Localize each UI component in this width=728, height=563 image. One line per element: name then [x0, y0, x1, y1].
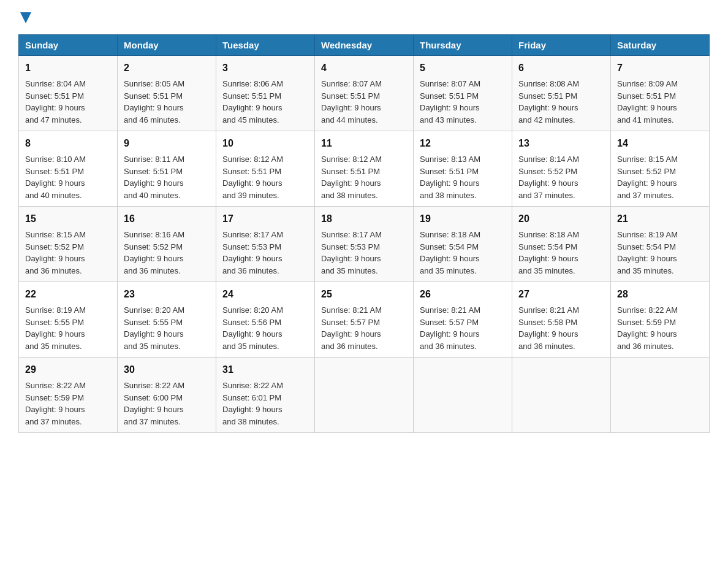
- day-info: Sunrise: 8:06 AMSunset: 5:51 PMDaylight:…: [222, 78, 308, 126]
- day-info: Sunrise: 8:19 AMSunset: 5:54 PMDaylight:…: [617, 229, 703, 277]
- calendar-cell: 6Sunrise: 8:08 AMSunset: 5:51 PMDaylight…: [512, 56, 611, 131]
- day-info: Sunrise: 8:22 AMSunset: 5:59 PMDaylight:…: [25, 380, 111, 427]
- day-number: 10: [222, 136, 308, 151]
- page-header: [18, 12, 710, 23]
- day-info: Sunrise: 8:22 AMSunset: 5:59 PMDaylight:…: [617, 304, 703, 352]
- day-info: Sunrise: 8:07 AMSunset: 5:51 PMDaylight:…: [321, 78, 407, 126]
- day-number: 26: [420, 287, 506, 302]
- day-number: 30: [124, 362, 210, 377]
- calendar-cell: 26Sunrise: 8:21 AMSunset: 5:57 PMDayligh…: [414, 282, 512, 358]
- day-number: 28: [617, 287, 703, 302]
- day-number: 19: [420, 212, 506, 226]
- day-number: 27: [518, 287, 604, 302]
- calendar-cell: 13Sunrise: 8:14 AMSunset: 5:52 PMDayligh…: [512, 131, 611, 207]
- day-info: Sunrise: 8:20 AMSunset: 5:55 PMDaylight:…: [124, 304, 210, 352]
- day-info: Sunrise: 8:07 AMSunset: 5:51 PMDaylight:…: [420, 78, 506, 126]
- calendar-cell: 18Sunrise: 8:17 AMSunset: 5:53 PMDayligh…: [315, 207, 414, 282]
- logo-triangle-icon: [20, 12, 31, 23]
- calendar-cell: 10Sunrise: 8:12 AMSunset: 5:51 PMDayligh…: [216, 131, 315, 207]
- calendar-cell: 5Sunrise: 8:07 AMSunset: 5:51 PMDaylight…: [414, 56, 512, 131]
- calendar-cell: 7Sunrise: 8:09 AMSunset: 5:51 PMDaylight…: [611, 56, 710, 131]
- weekday-header-friday: Friday: [512, 35, 611, 56]
- calendar-table: SundayMondayTuesdayWednesdayThursdayFrid…: [18, 34, 710, 433]
- day-info: Sunrise: 8:04 AMSunset: 5:51 PMDaylight:…: [25, 78, 111, 126]
- day-number: 20: [518, 212, 604, 226]
- day-number: 3: [222, 61, 308, 75]
- calendar-cell: 15Sunrise: 8:15 AMSunset: 5:52 PMDayligh…: [19, 207, 118, 282]
- day-info: Sunrise: 8:12 AMSunset: 5:51 PMDaylight:…: [222, 153, 308, 201]
- weekday-header-monday: Monday: [118, 35, 216, 56]
- day-number: 12: [420, 136, 506, 151]
- weekday-header-saturday: Saturday: [611, 35, 710, 56]
- calendar-cell: 3Sunrise: 8:06 AMSunset: 5:51 PMDaylight…: [216, 56, 315, 131]
- calendar-header: SundayMondayTuesdayWednesdayThursdayFrid…: [19, 35, 710, 56]
- calendar-cell: 16Sunrise: 8:16 AMSunset: 5:52 PMDayligh…: [118, 207, 216, 282]
- calendar-week-row: 22Sunrise: 8:19 AMSunset: 5:55 PMDayligh…: [19, 282, 710, 358]
- day-number: 25: [321, 287, 407, 302]
- day-info: Sunrise: 8:05 AMSunset: 5:51 PMDaylight:…: [124, 78, 210, 126]
- day-number: 4: [321, 61, 407, 75]
- day-info: Sunrise: 8:15 AMSunset: 5:52 PMDaylight:…: [617, 153, 703, 201]
- calendar-cell: 27Sunrise: 8:21 AMSunset: 5:58 PMDayligh…: [512, 282, 611, 358]
- day-number: 2: [124, 61, 210, 75]
- day-info: Sunrise: 8:17 AMSunset: 5:53 PMDaylight:…: [222, 229, 308, 277]
- calendar-cell: 31Sunrise: 8:22 AMSunset: 6:01 PMDayligh…: [216, 358, 315, 433]
- day-number: 21: [617, 212, 703, 226]
- calendar-cell: 22Sunrise: 8:19 AMSunset: 5:55 PMDayligh…: [19, 282, 118, 358]
- calendar-cell: 19Sunrise: 8:18 AMSunset: 5:54 PMDayligh…: [414, 207, 512, 282]
- day-info: Sunrise: 8:22 AMSunset: 6:00 PMDaylight:…: [124, 380, 210, 427]
- day-info: Sunrise: 8:18 AMSunset: 5:54 PMDaylight:…: [518, 229, 604, 277]
- day-number: 31: [222, 362, 308, 377]
- calendar-cell: [512, 358, 611, 433]
- calendar-cell: 29Sunrise: 8:22 AMSunset: 5:59 PMDayligh…: [19, 358, 118, 433]
- calendar-cell: 17Sunrise: 8:17 AMSunset: 5:53 PMDayligh…: [216, 207, 315, 282]
- day-info: Sunrise: 8:11 AMSunset: 5:51 PMDaylight:…: [124, 153, 210, 201]
- calendar-cell: [414, 358, 512, 433]
- day-number: 15: [25, 212, 111, 226]
- logo-blue-text: [18, 12, 31, 23]
- day-info: Sunrise: 8:15 AMSunset: 5:52 PMDaylight:…: [25, 229, 111, 277]
- calendar-cell: 12Sunrise: 8:13 AMSunset: 5:51 PMDayligh…: [414, 131, 512, 207]
- day-number: 8: [25, 136, 111, 151]
- calendar-cell: 23Sunrise: 8:20 AMSunset: 5:55 PMDayligh…: [118, 282, 216, 358]
- day-info: Sunrise: 8:20 AMSunset: 5:56 PMDaylight:…: [222, 304, 308, 352]
- calendar-cell: 14Sunrise: 8:15 AMSunset: 5:52 PMDayligh…: [611, 131, 710, 207]
- weekday-header-row: SundayMondayTuesdayWednesdayThursdayFrid…: [19, 35, 710, 56]
- weekday-header-wednesday: Wednesday: [315, 35, 414, 56]
- day-info: Sunrise: 8:17 AMSunset: 5:53 PMDaylight:…: [321, 229, 407, 277]
- calendar-cell: 20Sunrise: 8:18 AMSunset: 5:54 PMDayligh…: [512, 207, 611, 282]
- day-number: 14: [617, 136, 703, 151]
- weekday-header-thursday: Thursday: [414, 35, 512, 56]
- day-info: Sunrise: 8:21 AMSunset: 5:58 PMDaylight:…: [518, 304, 604, 352]
- calendar-week-row: 8Sunrise: 8:10 AMSunset: 5:51 PMDaylight…: [19, 131, 710, 207]
- calendar-week-row: 15Sunrise: 8:15 AMSunset: 5:52 PMDayligh…: [19, 207, 710, 282]
- day-number: 1: [25, 61, 111, 75]
- weekday-header-tuesday: Tuesday: [216, 35, 315, 56]
- day-number: 18: [321, 212, 407, 226]
- day-info: Sunrise: 8:18 AMSunset: 5:54 PMDaylight:…: [420, 229, 506, 277]
- day-info: Sunrise: 8:08 AMSunset: 5:51 PMDaylight:…: [518, 78, 604, 126]
- day-info: Sunrise: 8:19 AMSunset: 5:55 PMDaylight:…: [25, 304, 111, 352]
- day-number: 29: [25, 362, 111, 377]
- calendar-cell: 8Sunrise: 8:10 AMSunset: 5:51 PMDaylight…: [19, 131, 118, 207]
- calendar-cell: 28Sunrise: 8:22 AMSunset: 5:59 PMDayligh…: [611, 282, 710, 358]
- day-info: Sunrise: 8:10 AMSunset: 5:51 PMDaylight:…: [25, 153, 111, 201]
- day-number: 16: [124, 212, 210, 226]
- day-number: 11: [321, 136, 407, 151]
- calendar-cell: 30Sunrise: 8:22 AMSunset: 6:00 PMDayligh…: [118, 358, 216, 433]
- calendar-cell: 4Sunrise: 8:07 AMSunset: 5:51 PMDaylight…: [315, 56, 414, 131]
- day-info: Sunrise: 8:09 AMSunset: 5:51 PMDaylight:…: [617, 78, 703, 126]
- day-number: 6: [518, 61, 604, 75]
- day-number: 7: [617, 61, 703, 75]
- calendar-cell: 11Sunrise: 8:12 AMSunset: 5:51 PMDayligh…: [315, 131, 414, 207]
- day-number: 23: [124, 287, 210, 302]
- calendar-cell: 2Sunrise: 8:05 AMSunset: 5:51 PMDaylight…: [118, 56, 216, 131]
- calendar-cell: [611, 358, 710, 433]
- day-number: 22: [25, 287, 111, 302]
- day-number: 17: [222, 212, 308, 226]
- calendar-cell: 21Sunrise: 8:19 AMSunset: 5:54 PMDayligh…: [611, 207, 710, 282]
- day-info: Sunrise: 8:21 AMSunset: 5:57 PMDaylight:…: [321, 304, 407, 352]
- calendar-week-row: 29Sunrise: 8:22 AMSunset: 5:59 PMDayligh…: [19, 358, 710, 433]
- day-number: 5: [420, 61, 506, 75]
- day-info: Sunrise: 8:21 AMSunset: 5:57 PMDaylight:…: [420, 304, 506, 352]
